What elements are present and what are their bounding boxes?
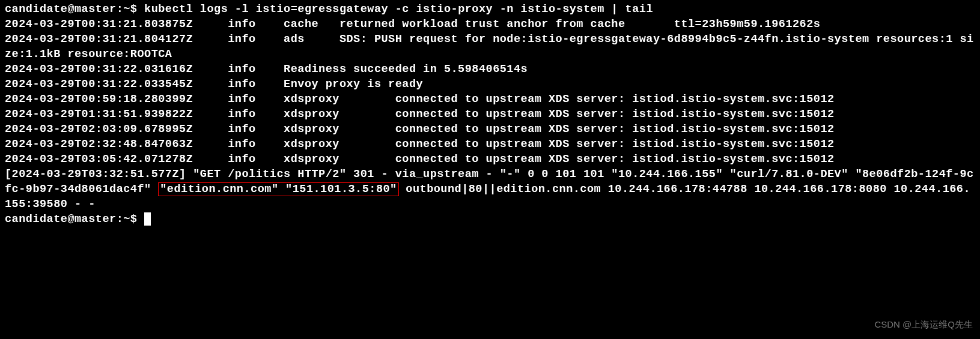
shell-prompt-end: candidate@master:~$ [5, 213, 144, 226]
log-line: 2024-03-29T00:31:22.033545Z info Envoy p… [5, 77, 975, 92]
log-line: 2024-03-29T00:59:18.280399Z info xdsprox… [5, 92, 975, 107]
log-line: 2024-03-29T00:31:21.804127Z info ads SDS… [5, 32, 975, 62]
cursor [144, 212, 151, 226]
access-log-line: [2024-03-29T03:32:51.577Z] "GET /politic… [5, 167, 975, 212]
log-line: 2024-03-29T02:32:48.847063Z info xdsprox… [5, 137, 975, 152]
terminal-output[interactable]: candidate@master:~$ kubectl logs -l isti… [5, 2, 975, 227]
log-line: 2024-03-29T01:31:51.939822Z info xdsprox… [5, 107, 975, 122]
log-line: 2024-03-29T03:05:42.071278Z info xdsprox… [5, 152, 975, 167]
log-line: 2024-03-29T02:03:09.678995Z info xdsprox… [5, 122, 975, 137]
shell-prompt: candidate@master:~$ [5, 3, 144, 16]
log-line: 2024-03-29T00:31:22.031616Z info Readine… [5, 62, 975, 77]
command-text: kubectl logs -l istio=egressgateway -c i… [144, 3, 653, 16]
highlighted-host: "edition.cnn.com" "151.101.3.5:80" [158, 182, 398, 196]
log-line: 2024-03-29T00:31:21.803875Z info cache r… [5, 17, 975, 32]
